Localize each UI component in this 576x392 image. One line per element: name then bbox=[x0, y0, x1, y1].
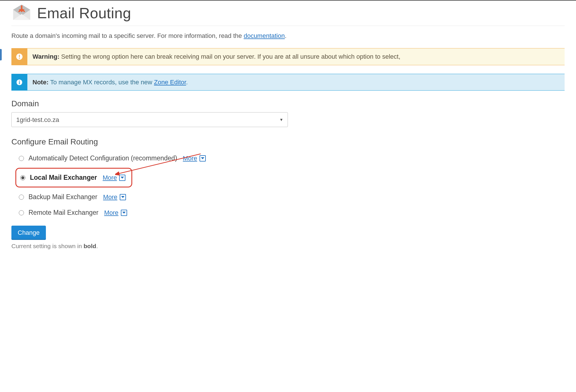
domain-select-wrap: 1grid-test.co.za bbox=[11, 112, 288, 127]
domain-label: Domain bbox=[11, 99, 565, 108]
warning-body: Warning: Setting the wrong option here c… bbox=[27, 48, 565, 65]
info-suffix: . bbox=[186, 79, 188, 86]
more-link-local[interactable]: More bbox=[103, 174, 125, 181]
option-backup-label: Backup Mail Exchanger bbox=[29, 193, 97, 201]
option-auto-label: Automatically Detect Configuration (reco… bbox=[29, 154, 177, 162]
svg-point-11 bbox=[19, 58, 20, 59]
radio-backup[interactable] bbox=[19, 195, 24, 200]
info-icon bbox=[11, 74, 27, 91]
page-title: Email Routing bbox=[37, 5, 131, 22]
intro-text: Route a domain's incoming mail to a spec… bbox=[11, 32, 565, 40]
chevron-down-icon bbox=[119, 175, 125, 181]
more-text: More bbox=[104, 209, 118, 217]
option-remote: Remote Mail Exchanger More bbox=[15, 205, 565, 220]
more-link-backup[interactable]: More bbox=[103, 193, 126, 201]
more-text: More bbox=[183, 155, 197, 162]
page: Email Routing Route a domain's incoming … bbox=[0, 1, 576, 261]
sidebar-stub bbox=[0, 49, 2, 60]
domain-select[interactable]: 1grid-test.co.za bbox=[11, 112, 288, 127]
svg-point-13 bbox=[19, 80, 20, 81]
routing-options: Automatically Detect Configuration (reco… bbox=[11, 150, 565, 220]
chevron-down-icon bbox=[200, 155, 206, 162]
option-auto: Automatically Detect Configuration (reco… bbox=[15, 150, 565, 166]
info-body: Note: To manage MX records, use the new … bbox=[27, 74, 565, 91]
more-text: More bbox=[103, 174, 117, 181]
intro-suffix: . bbox=[285, 32, 286, 39]
more-link-remote[interactable]: More bbox=[104, 209, 127, 217]
chevron-down-icon bbox=[120, 194, 126, 200]
email-routing-icon bbox=[11, 3, 32, 23]
routing-label: Configure Email Routing bbox=[11, 137, 565, 146]
svg-rect-10 bbox=[19, 55, 20, 57]
svg-rect-14 bbox=[19, 82, 20, 84]
more-link-auto[interactable]: More bbox=[183, 155, 206, 162]
page-header: Email Routing bbox=[11, 3, 565, 26]
info-alert: Note: To manage MX records, use the new … bbox=[11, 74, 565, 91]
hint-bold: bold bbox=[84, 243, 96, 249]
chevron-down-icon bbox=[121, 210, 127, 216]
change-button[interactable]: Change bbox=[11, 226, 46, 240]
warning-text: Setting the wrong option here can break … bbox=[60, 53, 400, 60]
hint-suffix: . bbox=[96, 243, 98, 249]
warning-label: Warning: bbox=[32, 53, 60, 60]
option-backup: Backup Mail Exchanger More bbox=[15, 189, 565, 205]
documentation-link[interactable]: documentation bbox=[244, 32, 285, 39]
current-setting-hint: Current setting is shown in bold. bbox=[11, 243, 565, 250]
option-local: Local Mail Exchanger More bbox=[15, 168, 132, 187]
zone-editor-link[interactable]: Zone Editor bbox=[154, 79, 186, 86]
radio-local[interactable] bbox=[20, 175, 25, 180]
option-remote-label: Remote Mail Exchanger bbox=[29, 209, 98, 217]
option-local-label: Local Mail Exchanger bbox=[30, 174, 97, 181]
radio-remote[interactable] bbox=[19, 210, 24, 215]
info-prefix: To manage MX records, use the new bbox=[48, 79, 154, 86]
radio-auto[interactable] bbox=[19, 156, 24, 161]
info-label: Note: bbox=[32, 79, 48, 86]
warning-alert: Warning: Setting the wrong option here c… bbox=[11, 48, 565, 65]
more-text: More bbox=[103, 193, 117, 201]
intro-prefix: Route a domain's incoming mail to a spec… bbox=[11, 32, 244, 39]
hint-prefix: Current setting is shown in bbox=[11, 243, 84, 249]
warning-icon bbox=[11, 48, 27, 65]
